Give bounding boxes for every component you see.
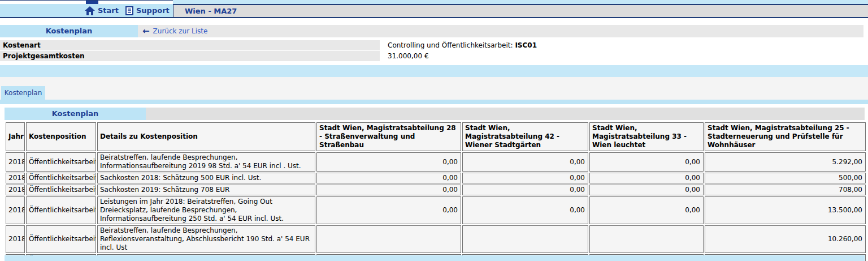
cell-kostenposition: Öffentlichkeitsarbeit xyxy=(26,173,96,183)
cell-ma28-amount: 0,00 xyxy=(316,185,461,195)
app-window: Start Support Wien - MA27 Kostenplan ← Z… xyxy=(0,0,868,261)
cell-ma25-amount: 500,00 xyxy=(705,173,866,183)
section-header-bar xyxy=(146,108,865,120)
cell-ma28-amount: 0,00 xyxy=(316,173,461,183)
cell-ma42-amount xyxy=(462,225,588,253)
top-strip xyxy=(0,0,868,4)
cell-jahr: 2018 xyxy=(6,152,25,172)
cell-ma25-amount: 708,00 xyxy=(705,185,866,195)
cell-jahr: 2018 xyxy=(6,185,25,195)
cell-ma25-amount: 5.292,00 xyxy=(705,152,866,172)
kostenart-value: Controlling und Öffentlichkeitsarbeit: I… xyxy=(388,40,537,50)
table-row: 2018 Öffentlichkeitsarbeit Beiratstreffe… xyxy=(6,152,866,172)
cell-details: Beiratstreffen, laufende Besprechungen, … xyxy=(97,152,315,172)
cell-ma33-amount: 0,00 xyxy=(589,152,704,172)
kostenart-value-code: ISC01 xyxy=(515,41,537,49)
cell-ma33-amount xyxy=(589,225,704,253)
kostenart-value-text: Controlling und Öffentlichkeitsarbeit: xyxy=(388,41,515,49)
table-header-row: Jahr Kostenposition Details zu Kostenpos… xyxy=(6,122,866,151)
cell-kostenposition: Öffentlichkeitsarbeit xyxy=(26,225,96,253)
tab-underline-bar xyxy=(0,100,868,104)
cell-details: Beiratstreffen, laufende Besprechungen, … xyxy=(97,225,315,253)
cell-details: Sachkosten 2018: Schätzung 500 EUR incl.… xyxy=(97,173,315,183)
summary-row-kostenart: Kostenart Controlling und Öffentlichkeit… xyxy=(0,40,868,50)
cost-table-container: Jahr Kostenposition Details zu Kostenpos… xyxy=(5,121,865,261)
cell-ma42-amount: 0,00 xyxy=(462,185,588,195)
col-header-jahr: Jahr xyxy=(6,122,25,151)
gesamtkosten-label: Projektgesamtkosten xyxy=(0,51,380,61)
kostenart-label: Kostenart xyxy=(0,40,380,50)
table-row: 2018 Öffentlichkeitsarbeit Beiratstreffe… xyxy=(6,225,866,253)
cell-jahr: 2018 xyxy=(6,225,25,253)
cell-ma33-amount: 0,00 xyxy=(589,185,704,195)
cell-ma25-amount: 13.500,00 xyxy=(705,196,866,224)
page-header: Kostenplan ← Zurück zur Liste xyxy=(0,25,868,37)
cell-kostenposition: Öffentlichkeitsarbeit xyxy=(26,152,96,172)
col-header-ma33: Stadt Wien, Magistratsabteilung 33 - Wie… xyxy=(589,122,704,151)
page-header-bar: ← Zurück zur Liste xyxy=(138,25,863,37)
back-arrow-icon: ← xyxy=(142,27,150,36)
cell-ma42-amount: 0,00 xyxy=(462,196,588,224)
cell-kostenposition: Öffentlichkeitsarbeit xyxy=(26,196,96,224)
cell-ma28-amount: 0,00 xyxy=(316,152,461,172)
main-navbar: Start Support Wien - MA27 xyxy=(0,4,868,18)
nav-org-tab: Wien - MA27 xyxy=(173,4,868,17)
back-to-list-link[interactable]: ← Zurück zur Liste xyxy=(142,27,207,36)
cell-details: Leistungen im Jahr 2018: Beiratstreffen,… xyxy=(97,196,315,224)
table-row: 2018 Öffentlichkeitsarbeit Sachkosten 20… xyxy=(6,185,866,195)
cell-ma33-amount: 0,00 xyxy=(589,173,704,183)
nav-support-label: Support xyxy=(136,6,170,15)
nav-left-section: Start Support xyxy=(0,4,173,17)
cost-table-body: 2018 Öffentlichkeitsarbeit Beiratstreffe… xyxy=(6,152,866,261)
col-header-ma25: Stadt Wien, Magistratsabteilung 25 - Sta… xyxy=(705,122,866,151)
top-strip-right xyxy=(173,0,868,4)
col-header-ma42: Stadt Wien, Magistratsabteilung 42 - Wie… xyxy=(462,122,588,151)
nav-start-label: Start xyxy=(98,6,119,15)
tab-bar: Kostenplan xyxy=(0,77,868,104)
section-title: Kostenplan xyxy=(5,108,146,120)
col-header-kostenposition: Kostenposition xyxy=(26,122,96,151)
cell-jahr: 2018 xyxy=(6,173,25,183)
support-document-icon xyxy=(125,6,133,15)
cell-ma33-amount: 0,00 xyxy=(589,196,704,224)
nav-start-button[interactable]: Start xyxy=(85,6,119,15)
section-header: Kostenplan xyxy=(5,108,865,120)
table-row: 2018 Öffentlichkeitsarbeit Leistungen im… xyxy=(6,196,866,224)
org-label: Wien - MA27 xyxy=(185,7,237,15)
cell-ma28-amount xyxy=(316,225,461,253)
cell-ma28-amount: 0,00 xyxy=(316,196,461,224)
cell-details: Sachkosten 2019: Schätzung 708 EUR xyxy=(97,185,315,195)
cell-kostenposition: Öffentlichkeitsarbeit xyxy=(26,185,96,195)
back-link-label: Zurück zur Liste xyxy=(153,27,208,35)
col-header-details: Details zu Kostenposition xyxy=(97,122,315,151)
cell-ma25-amount: 10.260,00 xyxy=(705,225,866,253)
nav-support-button[interactable]: Support xyxy=(125,6,170,15)
summary-row-gesamtkosten: Projektgesamtkosten 31.000,00 € xyxy=(0,51,868,61)
page-title: Kostenplan xyxy=(0,25,138,37)
gesamtkosten-value: 31.000,00 € xyxy=(388,51,429,61)
tab-kostenplan[interactable]: Kostenplan xyxy=(1,86,45,100)
table-row: 2018 Öffentlichkeitsarbeit Sachkosten 20… xyxy=(6,173,866,183)
col-header-ma28: Stadt Wien, Magistratsabteilung 28 - Str… xyxy=(316,122,461,151)
home-icon xyxy=(85,6,95,15)
cell-ma42-amount: 0,00 xyxy=(462,173,588,183)
table-footer-strip xyxy=(5,255,865,261)
cost-table: Jahr Kostenposition Details zu Kostenpos… xyxy=(5,121,867,261)
cell-ma42-amount: 0,00 xyxy=(462,152,588,172)
divider-strip xyxy=(0,65,868,77)
cell-jahr: 2018 xyxy=(6,196,25,224)
